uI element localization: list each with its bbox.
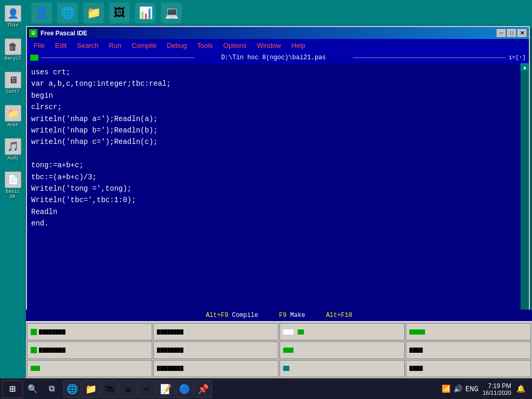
panel-dot-9: [31, 366, 40, 371]
panel-item-4[interactable]: [406, 323, 531, 340]
control-icon: 🖥: [5, 72, 21, 88]
file-bar: D:\Tin hoc 8(ngoc)\bai21.pas 1=[↑]: [27, 52, 529, 63]
code-line-1: uses crt;: [31, 66, 525, 78]
panel-item-1[interactable]: ████████: [27, 323, 152, 340]
menu-tools[interactable]: Tools: [192, 40, 217, 51]
taskbar-app-edge[interactable]: 🌐: [63, 380, 81, 398]
desktop-icon-folder[interactable]: 📁: [83, 3, 104, 23]
desktop-icon-anat-label: Anat: [1, 123, 25, 128]
panel-item-12[interactable]: ████: [406, 360, 531, 377]
audio-icon: 🎵: [5, 138, 21, 155]
hint-alt-f10: Alt+F10: [326, 312, 352, 319]
desktop-icon-spreadsheet[interactable]: 📊: [135, 3, 156, 23]
close-button[interactable]: ✕: [517, 29, 527, 37]
desktop-icon-this-pc[interactable]: 👤 This: [3, 5, 23, 28]
desktop-icon-image[interactable]: 🖼: [109, 3, 130, 23]
taskbar-app-pascal[interactable]: 📝: [157, 380, 175, 398]
taskbar-app-explorer[interactable]: 📁: [82, 380, 100, 398]
desktop-icon-this-pc-label: This: [1, 23, 25, 28]
vertical-scrollbar[interactable]: ▲ ▼: [521, 63, 529, 325]
panel-item-3[interactable]: [280, 323, 405, 340]
panel-dot-5: [31, 347, 37, 353]
scroll-track[interactable]: [521, 72, 529, 317]
taskbar-app-chrome[interactable]: 🔵: [176, 380, 193, 398]
taskbar-app-store[interactable]: 🛍: [101, 380, 118, 398]
code-line-7: writeln('nhap c=');Readln(c);: [31, 136, 525, 148]
panel-item-8[interactable]: ████: [406, 341, 531, 358]
start-button[interactable]: ⊞: [2, 380, 23, 398]
code-line-2: var a,b,c,tong:integer;tbc:real;: [31, 78, 525, 89]
desktop-icon-teamviewer[interactable]: 💻: [161, 3, 182, 23]
menu-edit[interactable]: Edit: [50, 40, 71, 51]
panel-item-7[interactable]: [280, 341, 405, 358]
task-view-button[interactable]: ⧉: [43, 380, 60, 398]
taskbar-app-extra[interactable]: 📌: [194, 380, 212, 398]
desktop-icon-user[interactable]: 👤: [31, 3, 52, 23]
menu-search[interactable]: Search: [72, 40, 103, 51]
minimize-button[interactable]: ─: [497, 29, 506, 37]
scroll-indicators: 1=[↑]: [509, 55, 526, 61]
recycle-icon: 🗑: [5, 38, 21, 55]
panel-item-11[interactable]: [280, 360, 405, 377]
file-active-indicator: [30, 55, 38, 61]
code-editor[interactable]: uses crt; var a,b,c,tong:integer;tbc:rea…: [27, 63, 529, 287]
taskbar: ⊞ 🔍 ⧉ 🌐 📁 🛍 ✉ ✂ 📝 🔵 📌 📶 🔊 ENG 7:19 PM 16…: [0, 378, 532, 399]
taskbar-apps: 🌐 📁 🛍 ✉ ✂ 📝 🔵 📌: [63, 380, 212, 398]
top-desktop-icons: 👤 🌐 📁 🖼 📊 💻: [31, 3, 182, 23]
window-icon: 🖥: [29, 29, 37, 37]
volume-icon[interactable]: 🔊: [454, 384, 462, 393]
desktop-icon-basic[interactable]: 📄 BasicSk: [3, 171, 23, 200]
file-bar-line-right: [353, 57, 506, 58]
panel-item-6[interactable]: ████████: [153, 341, 278, 358]
desktop-icon-audio[interactable]: 🎵 Audi: [3, 138, 23, 161]
file-path: D:\Tin hoc 8(ngoc)\bai21.pas: [221, 54, 326, 61]
panel-dot-3: [283, 329, 294, 335]
battery-icon: ENG: [466, 385, 478, 393]
restore-button[interactable]: □: [507, 29, 516, 37]
panel-item-5[interactable]: ████████: [27, 341, 152, 358]
code-line-5: writeln('nhap a=');Readln(a);: [31, 113, 525, 125]
main-window: 🖥 Free Pascal IDE ─ □ ✕ File Edit Search…: [26, 26, 530, 338]
menu-help[interactable]: Help: [287, 40, 310, 51]
code-line-10: tbc:=(a+b+c)/3;: [31, 171, 525, 183]
panel-dot-3b: [298, 329, 304, 335]
system-clock[interactable]: 7:19 PM 16/11/2020: [483, 382, 511, 396]
panel-item-10[interactable]: ████████: [153, 360, 278, 377]
hint-compile-label: Compile: [232, 312, 258, 319]
taskbar-app-snip[interactable]: ✂: [138, 380, 156, 398]
menu-file[interactable]: File: [29, 40, 49, 51]
desktop-icon-anat[interactable]: 📁 Anat: [3, 105, 23, 128]
this-pc-icon: 👤: [5, 5, 21, 22]
wifi-icon[interactable]: 📶: [442, 384, 450, 393]
code-line-9: tong:=a+b+c;: [31, 159, 525, 171]
hint-compile-key: Alt+F9: [206, 312, 228, 319]
panel-item-2[interactable]: ████████: [153, 323, 278, 340]
menu-bar: File Edit Search Run Compile Debug Tools…: [27, 39, 529, 52]
code-line-14: end.: [31, 218, 525, 229]
code-line-11: Writeln('tong =',tong);: [31, 183, 525, 194]
desktop-icon-recycle[interactable]: 🗑 Recycl: [3, 38, 23, 61]
clock-time: 7:19 PM: [483, 382, 511, 390]
menu-debug[interactable]: Debug: [162, 40, 191, 51]
panel-dot-7: [283, 348, 294, 353]
desktop-icon-control[interactable]: 🖥 Contr: [3, 72, 23, 95]
search-button[interactable]: 🔍: [24, 380, 42, 398]
panel-item-9[interactable]: [27, 360, 152, 377]
menu-window[interactable]: Window: [252, 40, 286, 51]
panel-dot-11: [283, 366, 289, 371]
taskbar-app-outlook[interactable]: ✉: [119, 380, 137, 398]
menu-run[interactable]: Run: [104, 40, 126, 51]
panel-dot-1: [31, 329, 37, 335]
clock-date: 16/11/2020: [483, 390, 511, 396]
notification-button[interactable]: 🔔: [515, 380, 526, 398]
menu-options[interactable]: Options: [219, 40, 251, 51]
desktop-icon-control-label: Contr: [1, 89, 25, 95]
hint-compile: Alt+F9 Compile: [206, 312, 258, 319]
menu-compile[interactable]: Compile: [127, 40, 161, 51]
scroll-up-button[interactable]: ▲: [521, 63, 529, 72]
hint-alt-f10-key: Alt+F10: [326, 312, 352, 319]
code-line-3: begin: [31, 90, 525, 101]
title-bar: 🖥 Free Pascal IDE ─ □ ✕: [27, 27, 529, 39]
panel-text-10: ████████: [157, 366, 183, 371]
desktop-icon-browser[interactable]: 🌐: [57, 3, 78, 23]
